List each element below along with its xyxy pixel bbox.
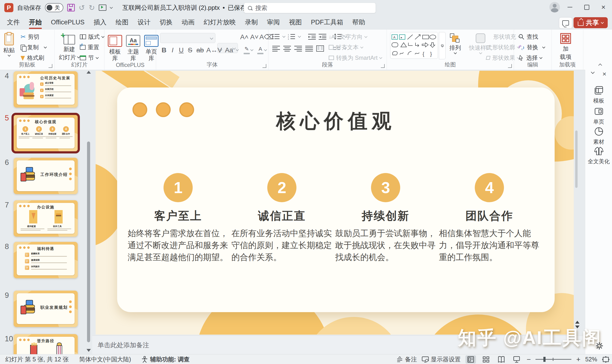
decrease-font-button[interactable]: A˅ [249,33,259,41]
zoom-out-button[interactable]: − [527,355,531,364]
shape-gallery[interactable] [390,32,438,59]
align-right-icon[interactable] [294,45,302,52]
cut-button[interactable]: ✂剪切 [21,32,46,42]
slideshow-view-button[interactable] [511,355,522,364]
panel-item-single-page[interactable]: 单页 [585,106,612,126]
zoom-level[interactable]: 52% [585,356,597,363]
slide-sorter-view-button[interactable] [481,355,491,364]
user-avatar[interactable] [549,2,560,13]
thumb-scroll-up-icon[interactable] [87,71,91,74]
align-text-button[interactable]: 对齐文本 [329,42,382,52]
quick-access-chevron-icon[interactable] [110,6,113,9]
numbered-list-icon[interactable] [288,33,296,40]
tab-design[interactable]: 设计 [133,15,155,30]
change-case-button[interactable]: Aa [223,46,235,54]
character-spacing-button[interactable]: A↔V [206,46,219,54]
redo-icon[interactable]: ↻ [89,4,95,12]
clear-formatting-button[interactable]: A⌫ [259,33,269,41]
slide-thumbnail-7[interactable]: 办公设施 硬件配置 软件工具 [14,200,78,237]
paste-button[interactable]: 粘贴 [3,33,15,56]
italic-button[interactable]: I [169,46,176,54]
slide-title[interactable]: 核心价值观 [117,108,555,134]
slide-thumbnail-10[interactable]: 晋升路径 [14,334,78,354]
slide-content-card[interactable]: 核心价值观 1 客户至上 始终将客户需求放在首位，通过不断改进产品和服务来满足甚… [117,88,555,312]
previous-slide-icon[interactable] [575,321,579,324]
bold-button[interactable]: B [160,46,168,54]
reset-button[interactable]: 重置 [80,42,104,52]
reading-view-button[interactable] [496,355,507,364]
normal-view-button[interactable] [466,355,476,364]
columns-icon[interactable] [316,45,324,52]
drawing-dialog-launcher[interactable] [508,64,512,68]
slide-thumbnail-8[interactable]: 福利待遇 1薪酬体系 2健康保障 3休闲娱乐 [14,242,78,278]
arrange-button[interactable]: 排列 [449,33,461,54]
value-column-4[interactable]: 4 团队合作 相信集体智慧大于个人能力，倡导开放沟通和平等尊重的工作氛围。 [438,173,541,263]
bullet-list-icon[interactable] [272,33,280,40]
shape-gallery-more-button[interactable] [439,32,446,59]
close-button[interactable]: × [597,1,610,13]
zoom-slider-handle[interactable] [543,357,546,362]
tab-record[interactable]: 录制 [240,15,262,30]
save-icon[interactable] [67,4,75,12]
font-color-button[interactable]: A [257,46,263,54]
comments-button[interactable] [559,17,572,29]
text-direction-button[interactable]: ↓A↑文字方向 [329,32,382,42]
slide-canvas[interactable]: 核心价值观 1 客户至上 始终将客户需求放在首位，通过不断改进产品和服务来满足甚… [96,71,574,335]
find-button[interactable]: 查找 [518,32,545,42]
start-slideshow-icon[interactable] [99,5,106,11]
share-button[interactable]: 共享 [573,17,608,28]
tab-draw[interactable]: 绘图 [111,15,133,30]
accessibility-status[interactable]: 辅助功能: 调查 [142,355,190,363]
panel-close-icon[interactable]: × [602,70,606,78]
panel-item-assets[interactable]: 素材 [585,126,612,145]
zoom-in-button[interactable]: + [576,355,580,364]
new-slide-button[interactable]: 新建 幻灯片 [59,35,80,61]
strikethrough2-button[interactable]: ab [195,46,205,54]
tab-insert[interactable]: 插入 [89,15,111,30]
font-dialog-launcher[interactable] [262,64,266,68]
panel-item-beautify[interactable]: 全文美化 [585,146,612,165]
font-name-combobox[interactable] [160,33,215,43]
paragraph-dialog-launcher[interactable] [381,64,385,68]
slide-thumbnail-6[interactable]: 工作环境介绍 [14,158,78,194]
layout-button[interactable]: 版式 [80,32,104,42]
tab-home[interactable]: 开始 [24,15,46,30]
autosave-toggle[interactable]: 关 [45,3,63,12]
canvas-scrollbar[interactable] [575,71,578,335]
justify-icon[interactable] [305,45,313,52]
panel-collapse-icon[interactable] [591,70,595,74]
copy-button[interactable]: 复制 [21,42,46,52]
zoom-slider[interactable] [535,359,571,360]
tab-review[interactable]: 审阅 [262,15,285,30]
undo-icon[interactable]: ↺ [79,4,85,12]
tab-help[interactable]: 帮助 [348,15,370,30]
search-input[interactable]: 搜索 [244,3,376,13]
theme-library-button[interactable]: Aa主题库 [126,35,140,61]
restore-button[interactable] [580,1,593,13]
addins-button[interactable]: 加 载项 [560,33,571,60]
value-column-3[interactable]: 3 持续创新 鼓励员工勇于尝试新事物，敢于挑战现状，在失败中寻找成长的机会。 [334,173,438,263]
gear-icon[interactable] [595,342,603,350]
display-settings-button[interactable]: 显示器设置 [422,355,461,363]
align-center-icon[interactable] [283,45,291,52]
tab-transitions[interactable]: 切换 [155,15,177,30]
value-column-1[interactable]: 1 客户至上 始终将客户需求放在首位，通过不断改进产品和服务来满足甚至超越他们的… [126,173,230,263]
fit-to-window-icon[interactable] [602,356,610,363]
value-column-2[interactable]: 2 诚信正直 在所有业务活动中坚持诚实守信的原则，建立长期稳定的合作关系。 [230,173,334,263]
panel-item-template[interactable]: 模板 [585,85,612,104]
slide-thumbnail-5-selected[interactable]: 核心价值观 1客户至上 2诚信正直 3持续创新 4团队合作 [12,113,80,154]
tab-slideshow[interactable]: 幻灯片放映 [199,15,240,30]
notes-toggle-button[interactable]: 备注 [396,355,417,363]
minimize-button[interactable] [563,1,577,13]
tab-file[interactable]: 文件 [2,15,24,30]
collapse-ribbon-button[interactable] [598,64,602,67]
increase-indent-icon[interactable] [319,33,326,40]
underline-button[interactable]: U [177,46,185,54]
tab-officeplus[interactable]: OfficePLUS [46,15,89,30]
thumb-scroll-down-icon[interactable] [87,349,91,352]
template-library-button[interactable]: 模板库 [108,35,122,61]
clipboard-dialog-launcher[interactable] [49,64,52,68]
replace-button[interactable]: 替换 [518,42,545,52]
strikethrough-button[interactable]: S [186,46,194,54]
highlight-color-button[interactable]: ✎ [244,46,250,54]
